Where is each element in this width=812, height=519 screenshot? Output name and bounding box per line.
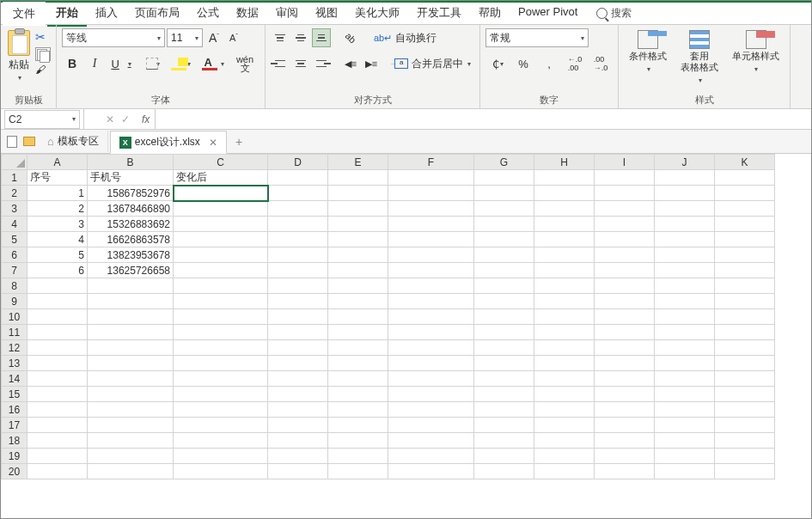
cell-C6[interactable]	[174, 247, 268, 263]
formula-input[interactable]	[155, 109, 811, 129]
cell-E15[interactable]	[328, 387, 388, 402]
cell-I15[interactable]	[595, 387, 655, 402]
cell-J4[interactable]	[655, 217, 715, 232]
cell-D8[interactable]	[268, 278, 328, 294]
cell-F2[interactable]	[388, 186, 474, 201]
cell-A7[interactable]: 6	[27, 263, 88, 278]
menu-tab-3[interactable]: 公式	[188, 1, 228, 27]
cell-K2[interactable]	[715, 186, 775, 201]
cell-C3[interactable]	[174, 201, 268, 217]
row-header-18[interactable]: 18	[2, 433, 27, 449]
cell-C20[interactable]	[174, 464, 268, 479]
bold-button[interactable]: B	[62, 54, 82, 73]
cell-I6[interactable]	[595, 247, 655, 263]
cell-K10[interactable]	[715, 309, 775, 325]
cell-G2[interactable]	[474, 186, 534, 201]
cell-B20[interactable]	[88, 464, 174, 479]
cell-D12[interactable]	[268, 340, 328, 356]
cell-C2[interactable]	[174, 186, 268, 201]
cell-G6[interactable]	[474, 247, 534, 263]
folder-icon[interactable]	[21, 135, 37, 149]
cell-G17[interactable]	[474, 418, 534, 433]
cell-G4[interactable]	[474, 217, 534, 232]
column-header-A[interactable]: A	[27, 155, 88, 170]
shrink-font-button[interactable]: Aˇ	[224, 28, 243, 47]
cell-J15[interactable]	[655, 387, 715, 402]
cell-C8[interactable]	[174, 278, 268, 294]
column-header-E[interactable]: E	[328, 155, 388, 170]
cell-D14[interactable]	[268, 371, 328, 387]
row-header-13[interactable]: 13	[2, 356, 27, 371]
cell-B16[interactable]	[88, 402, 174, 418]
cell-I16[interactable]	[595, 402, 655, 418]
cell-G13[interactable]	[474, 356, 534, 371]
cell-H11[interactable]	[534, 325, 595, 340]
decrease-indent-button[interactable]: ◀≡	[341, 54, 360, 73]
cell-A3[interactable]: 2	[27, 201, 88, 217]
cell-E17[interactable]	[328, 418, 388, 433]
cell-K8[interactable]	[715, 278, 775, 294]
border-button[interactable]: ▾	[137, 54, 167, 73]
menu-tab-0[interactable]: 开始	[47, 1, 87, 27]
currency-button[interactable]: ₵▾	[485, 54, 510, 73]
cell-C17[interactable]	[174, 418, 268, 433]
cell-E1[interactable]	[328, 170, 388, 186]
row-header-17[interactable]: 17	[2, 418, 27, 433]
cell-J17[interactable]	[655, 418, 715, 433]
cell-H10[interactable]	[534, 309, 595, 325]
column-header-K[interactable]: K	[715, 155, 775, 170]
cut-button[interactable]	[35, 30, 51, 44]
cell-D17[interactable]	[268, 418, 328, 433]
cell-A1[interactable]: 序号	[27, 170, 88, 186]
cell-G12[interactable]	[474, 340, 534, 356]
font-name-select[interactable]: 等线 ▾	[62, 28, 165, 47]
format-painter-button[interactable]	[35, 64, 51, 78]
menu-tab-5[interactable]: 审阅	[267, 1, 307, 27]
cell-A6[interactable]: 5	[27, 247, 88, 263]
cell-A13[interactable]	[27, 356, 88, 371]
underline-button[interactable]: U▾	[107, 54, 136, 73]
cell-B4[interactable]: 15326883692	[88, 217, 174, 232]
cell-B12[interactable]	[88, 340, 174, 356]
cell-J12[interactable]	[655, 340, 715, 356]
cell-J19[interactable]	[655, 449, 715, 464]
cell-E20[interactable]	[328, 464, 388, 479]
cell-A5[interactable]: 4	[27, 232, 88, 247]
cell-J2[interactable]	[655, 186, 715, 201]
cell-F8[interactable]	[388, 278, 474, 294]
cell-B3[interactable]: 13678466890	[88, 201, 174, 217]
spreadsheet-grid[interactable]: ABCDEFGHIJK1序号手机号变化后21158678529763213678…	[1, 154, 811, 479]
cell-G10[interactable]	[474, 309, 534, 325]
cell-F3[interactable]	[388, 201, 474, 217]
template-tab[interactable]: ⌂ 模板专区	[39, 131, 108, 152]
cell-A20[interactable]	[27, 464, 88, 479]
italic-button[interactable]: I	[84, 54, 105, 73]
cell-J6[interactable]	[655, 247, 715, 263]
cell-B6[interactable]: 13823953678	[88, 247, 174, 263]
cell-B1[interactable]: 手机号	[88, 170, 174, 186]
cell-G11[interactable]	[474, 325, 534, 340]
cell-style-button[interactable]: 单元格样式 ▾	[727, 28, 785, 76]
cell-G1[interactable]	[474, 170, 534, 186]
cell-F5[interactable]	[388, 232, 474, 247]
decrease-decimal-button[interactable]: .00→.0	[589, 54, 613, 73]
cell-F15[interactable]	[388, 387, 474, 402]
row-header-6[interactable]: 6	[2, 247, 27, 263]
fx-icon[interactable]: fx	[137, 113, 155, 125]
row-header-20[interactable]: 20	[2, 464, 27, 479]
cell-E10[interactable]	[328, 309, 388, 325]
cell-K7[interactable]	[715, 263, 775, 278]
cell-J13[interactable]	[655, 356, 715, 371]
cell-B8[interactable]	[88, 278, 174, 294]
menu-tab-9[interactable]: 帮助	[470, 1, 510, 27]
column-header-C[interactable]: C	[174, 155, 268, 170]
row-header-10[interactable]: 10	[2, 309, 27, 325]
cell-A14[interactable]	[27, 371, 88, 387]
cell-B7[interactable]: 13625726658	[88, 263, 174, 278]
cell-K16[interactable]	[715, 402, 775, 418]
cell-F13[interactable]	[388, 356, 474, 371]
row-header-2[interactable]: 2	[2, 186, 27, 201]
cell-J11[interactable]	[655, 325, 715, 340]
cell-E12[interactable]	[328, 340, 388, 356]
cell-C7[interactable]	[174, 263, 268, 278]
